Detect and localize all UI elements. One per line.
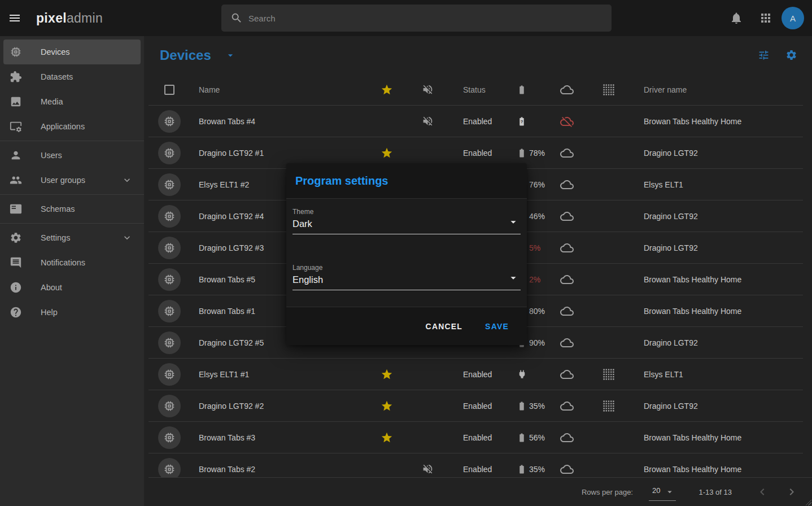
device-name: Browan Tabs #2 xyxy=(190,465,368,474)
chip-icon xyxy=(163,337,176,349)
header-connectivity[interactable] xyxy=(560,83,574,97)
search-input[interactable] xyxy=(248,14,605,23)
battery-icon xyxy=(517,464,527,474)
star-icon xyxy=(381,431,393,444)
next-page-chevron[interactable] xyxy=(785,485,798,499)
sidebar-item-about[interactable]: About xyxy=(3,275,141,300)
driver-name: Elsys ELT1 xyxy=(635,180,803,189)
filter-tune-button[interactable] xyxy=(758,49,770,61)
driver-name: Browan Tabs Healthy Home xyxy=(635,117,803,126)
sidebar-item-label: Notifications xyxy=(41,258,85,267)
sidebar-item-settings[interactable]: Settings xyxy=(3,225,141,250)
apps-grid-button[interactable] xyxy=(759,11,772,25)
device-status: Enabled xyxy=(449,465,513,474)
sidebar-item-label: Applications xyxy=(41,122,85,131)
user-avatar[interactable]: A xyxy=(782,7,804,29)
cloud-icon xyxy=(560,273,574,286)
driver-name: Dragino LGT92 xyxy=(635,402,803,411)
battery-unknown-icon xyxy=(517,116,527,127)
previous-page-chevron[interactable] xyxy=(756,485,769,499)
sidebar: Devices Datasets Media Applications xyxy=(0,36,144,506)
cancel-button[interactable]: CANCEL xyxy=(421,317,468,335)
save-button[interactable]: SAVE xyxy=(481,317,513,335)
chevron-down-icon xyxy=(121,175,133,186)
chip-icon xyxy=(163,463,176,476)
table-row[interactable]: Elsys ELT1 #1 Enabled xyxy=(149,359,803,390)
cloud-icon xyxy=(560,146,574,160)
battery-cell: 35% xyxy=(513,401,552,411)
rows-per-page-label: Rows per page: xyxy=(582,488,633,496)
program-settings-dialog: Program settings Theme Dark Language Eng… xyxy=(286,163,527,345)
theme-select[interactable]: Theme Dark xyxy=(293,208,521,234)
sidebar-item-datasets[interactable]: Datasets xyxy=(3,64,141,89)
driver-name: Browan Tabs Healthy Home xyxy=(635,307,803,316)
search-bar xyxy=(221,5,612,32)
sidebar-divider xyxy=(0,141,144,141)
sidebar-item-help[interactable]: Help xyxy=(3,300,141,325)
select-all-checkbox[interactable] xyxy=(164,85,174,95)
device-name: Browan Tabs #3 xyxy=(190,433,368,442)
sidebar-item-label: Media xyxy=(41,97,63,106)
battery-percent: 35% xyxy=(529,402,545,411)
header-status[interactable]: Status xyxy=(449,85,513,94)
device-avatar xyxy=(158,110,181,133)
device-avatar xyxy=(158,331,181,354)
chip-icon xyxy=(163,115,176,128)
table-settings-button[interactable] xyxy=(785,49,797,61)
cloud-icon xyxy=(560,210,574,223)
sidebar-item-media[interactable]: Media xyxy=(3,89,141,114)
star-icon xyxy=(381,84,393,96)
sidebar-item-devices[interactable]: Devices xyxy=(3,40,141,64)
sidebar-item-schemas[interactable]: Schemas xyxy=(3,197,141,221)
sidebar-item-applications[interactable]: Applications xyxy=(3,114,141,139)
logo-light: admin xyxy=(67,11,103,25)
sidebar-item-label: Users xyxy=(41,151,62,160)
chip-icon xyxy=(163,368,176,381)
cloud-icon xyxy=(560,83,574,97)
notifications-bell-button[interactable] xyxy=(730,11,743,25)
rows-per-page-select[interactable]: 20 xyxy=(649,483,676,501)
cloud-icon xyxy=(560,304,574,318)
header-muted[interactable] xyxy=(422,84,434,95)
header-sensors[interactable] xyxy=(603,84,614,95)
chip-icon xyxy=(163,431,176,444)
language-select[interactable]: Language English xyxy=(293,264,521,290)
chip-icon xyxy=(163,400,176,412)
sidebar-item-label: About xyxy=(41,283,62,292)
table-row[interactable]: Browan Tabs #4 Enabled xyxy=(149,106,803,137)
schema-card-icon xyxy=(10,203,22,215)
page-title-caret-icon[interactable] xyxy=(225,50,236,61)
table-row[interactable]: Dragino LGT92 #2 Enabled 35% xyxy=(149,390,803,422)
cloud-icon xyxy=(560,178,574,191)
theme-value: Dark xyxy=(293,219,521,229)
driver-name: Dragino LGT92 xyxy=(635,338,803,347)
sidebar-item-notifications[interactable]: Notifications xyxy=(3,250,141,275)
header-favorite[interactable] xyxy=(381,84,393,96)
battery-cell xyxy=(513,369,552,380)
battery-icon xyxy=(517,85,527,95)
cloud-icon xyxy=(560,399,574,413)
sidebar-item-user-groups[interactable]: User groups xyxy=(3,168,141,193)
chip-icon xyxy=(163,210,176,223)
chip-icon xyxy=(163,273,176,286)
image-icon xyxy=(10,95,22,108)
cloud-off-icon xyxy=(560,115,574,128)
header-driver[interactable]: Driver name xyxy=(635,85,803,94)
hamburger-menu-button[interactable] xyxy=(8,11,21,25)
header-battery[interactable] xyxy=(513,85,552,95)
device-status: Enabled xyxy=(449,433,513,442)
table-row[interactable]: Browan Tabs #3 Enabled 56% xyxy=(149,422,803,453)
topbar-actions: A xyxy=(730,0,804,36)
sidebar-item-users[interactable]: Users xyxy=(3,143,141,168)
sidebar-item-label: Datasets xyxy=(41,72,73,81)
page-title: Devices xyxy=(160,47,211,63)
table-row[interactable]: Browan Tabs #2 Enabled 35% xyxy=(149,453,803,477)
battery-cell: 35% xyxy=(513,464,552,474)
header-name[interactable]: Name xyxy=(190,85,368,94)
device-status: Enabled xyxy=(449,402,513,411)
device-avatar xyxy=(158,205,181,228)
battery-percent: 2% xyxy=(529,275,540,284)
logo-bold: pixel xyxy=(36,11,67,25)
star-icon xyxy=(381,400,393,412)
chip-icon xyxy=(163,147,176,159)
